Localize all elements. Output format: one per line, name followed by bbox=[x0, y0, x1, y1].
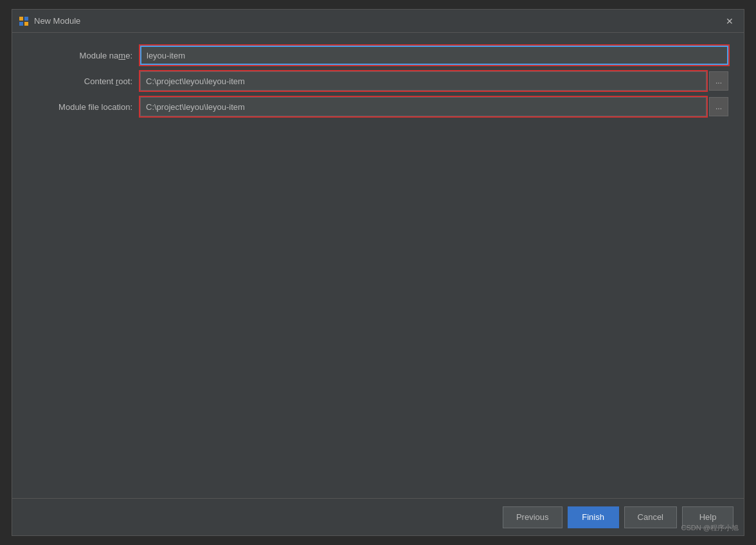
svg-rect-1 bbox=[24, 17, 28, 21]
content-root-label: Content root: bbox=[28, 76, 140, 86]
dialog-footer: Previous Finish Cancel Help bbox=[12, 498, 744, 535]
module-file-location-label: Module file location: bbox=[28, 102, 140, 112]
svg-rect-0 bbox=[19, 17, 23, 21]
title-bar-left: New Module bbox=[19, 16, 80, 26]
module-file-location-input[interactable] bbox=[140, 97, 706, 116]
module-name-label: Module name: bbox=[28, 51, 140, 60]
module-name-row: Module name: bbox=[28, 46, 728, 65]
module-file-location-row: Module file location: ... bbox=[28, 97, 728, 116]
title-bar: New Module ✕ bbox=[12, 10, 744, 33]
content-root-input[interactable] bbox=[140, 71, 706, 91]
content-root-browse-button[interactable]: ... bbox=[709, 71, 728, 91]
fields-container: Module name: Content root: bbox=[28, 46, 728, 123]
close-button[interactable]: ✕ bbox=[722, 13, 737, 29]
previous-button[interactable]: Previous bbox=[503, 506, 562, 528]
new-module-dialog: New Module ✕ Module name: bbox=[12, 9, 744, 536]
help-button[interactable]: Help bbox=[682, 506, 734, 528]
content-root-row: Content root: ... bbox=[28, 71, 728, 91]
module-file-location-browse-button[interactable]: ... bbox=[709, 97, 728, 116]
dialog-title: New Module bbox=[34, 16, 80, 26]
dialog-body: Module name: Content root: bbox=[12, 33, 744, 498]
content-root-input-wrapper: ... bbox=[140, 71, 728, 91]
module-icon bbox=[19, 16, 29, 26]
svg-rect-3 bbox=[24, 22, 28, 26]
module-file-input-wrapper: ... bbox=[140, 97, 728, 116]
module-name-input-wrapper bbox=[140, 46, 728, 65]
module-name-input[interactable] bbox=[140, 46, 728, 65]
svg-rect-2 bbox=[19, 22, 23, 26]
cancel-button[interactable]: Cancel bbox=[624, 506, 677, 528]
finish-button[interactable]: Finish bbox=[568, 506, 619, 528]
